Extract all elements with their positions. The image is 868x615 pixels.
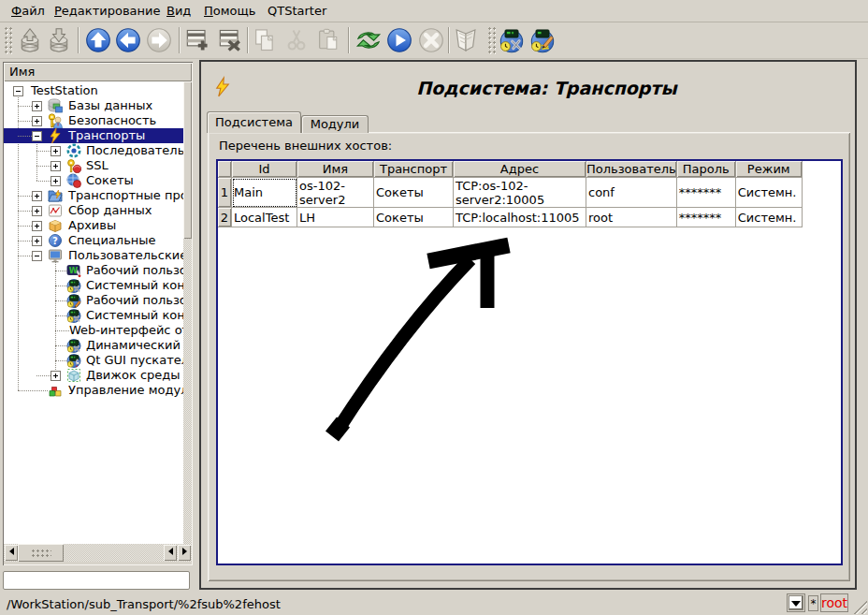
column-header-password[interactable]: Пароль (677, 161, 736, 178)
tree-item-teststation[interactable]: TestStation (4, 83, 183, 98)
tree-horizontal-scrollbar[interactable] (4, 544, 192, 562)
cell-mode-2[interactable]: Системн. (736, 208, 803, 227)
tree-connector-stub (18, 196, 32, 197)
collapse-expander-icon[interactable] (13, 86, 23, 96)
tree-item-последовательные-интерфейсы[interactable]: Последовательные интерфейсы (4, 143, 183, 158)
refresh-button[interactable] (355, 27, 382, 53)
load-from-db-button[interactable] (17, 27, 43, 53)
cell-transport-2[interactable]: Сокеты (374, 208, 454, 227)
tree-item-системный-конфигуратор[interactable]: Системный конфигуратор (4, 278, 183, 293)
column-header-transport[interactable]: Транспорт (374, 161, 454, 178)
column-header-address[interactable]: Адрес (454, 161, 586, 178)
column-header-user[interactable]: Пользователь (586, 161, 677, 178)
cell-id-1[interactable]: Main (232, 178, 297, 208)
cell-user-2[interactable]: root (586, 208, 677, 227)
column-header-id[interactable]: Id (232, 161, 297, 178)
tree-item-архивы[interactable]: Архивы (4, 218, 183, 233)
hscroll-left-button[interactable] (5, 545, 18, 561)
tree-item-сбор-данных[interactable]: Сбор данных (4, 203, 183, 218)
add-item-button[interactable] (185, 27, 211, 53)
start-update-button[interactable] (386, 27, 412, 53)
cell-transport-1[interactable]: Сокеты (374, 178, 454, 208)
tree-item-web-интерфейс-от-пользователя[interactable]: Web-интерфейс от пользователя (4, 323, 183, 338)
tree-item-базы-данных[interactable]: Базы данных (4, 98, 183, 113)
cell-id-2[interactable]: LocalTest (232, 208, 297, 227)
expand-expander-icon[interactable] (32, 101, 42, 111)
tree-item-системный-конфигуратор[interactable]: Системный конфигуратор (4, 308, 183, 323)
tree-hscrollbar-thumb[interactable] (18, 544, 64, 562)
menu-view[interactable]: Вид (163, 0, 195, 22)
expand-expander-icon[interactable] (32, 206, 42, 216)
stop-update-button[interactable] (418, 27, 444, 53)
tree-item-label: SSL (86, 158, 108, 173)
cell-name-1[interactable]: os-102-server2 (297, 178, 374, 208)
tree-item-управление-модулями[interactable]: Управление модулями (4, 383, 183, 398)
expand-expander-icon[interactable] (32, 236, 42, 246)
vision-starter-button[interactable] (529, 27, 556, 53)
menu-file[interactable]: Файл (7, 0, 49, 22)
cell-password-1[interactable]: ******* (677, 178, 736, 208)
ball-rocket-icon (66, 353, 81, 368)
column-header-mode[interactable]: Режим (736, 161, 803, 178)
save-to-db-button[interactable] (46, 27, 72, 53)
tree-vscrollbar-thumb[interactable] (183, 81, 192, 239)
expand-expander-icon[interactable] (51, 146, 61, 156)
toolbar-handle[interactable] (4, 26, 12, 54)
combo-dropdown-button[interactable] (788, 595, 803, 610)
tree-item-транспортные-протоколы[interactable]: Транспортные протоколы (4, 188, 183, 203)
column-header-name[interactable]: Имя (297, 161, 374, 178)
window-resize-grip[interactable] (851, 598, 867, 614)
manual-button[interactable] (453, 27, 479, 53)
node-path-input[interactable] (3, 571, 190, 590)
corner-header-cell[interactable] (218, 161, 232, 178)
changes-indicator[interactable]: * (808, 595, 818, 611)
tab-modules[interactable]: Модули (301, 115, 369, 133)
expand-expander-icon[interactable] (51, 371, 61, 381)
hscroll-left-button-2[interactable] (164, 545, 177, 561)
tree-vertical-scrollbar[interactable] (183, 81, 192, 544)
tree-item-транспорты[interactable]: Транспорты (4, 128, 183, 143)
tree-item-динамический-web-интерфейс[interactable]: Динамический WEB интерфейс (4, 338, 183, 353)
row-header-1[interactable]: 1 (218, 178, 232, 208)
hscroll-right-button[interactable] (178, 545, 191, 561)
expand-expander-icon[interactable] (51, 176, 61, 186)
language-combo[interactable] (787, 593, 805, 612)
go-forward-button[interactable] (146, 27, 172, 53)
cell-user-1[interactable]: conf (586, 178, 677, 208)
cell-password-2[interactable]: ******* (677, 208, 736, 227)
menu-help[interactable]: Помощь (200, 0, 259, 22)
copy-item-button[interactable] (252, 27, 278, 53)
menu-qtstarter[interactable]: QTStarter (264, 0, 330, 22)
collapse-expander-icon[interactable] (32, 251, 42, 261)
tree-item-рабочий-пользовательский-интерфейс[interactable]: Рабочий пользовательский интерфейс (4, 293, 183, 308)
tree-column-header[interactable]: Имя (4, 63, 192, 81)
expand-expander-icon[interactable] (32, 191, 42, 201)
toolbar-handle[interactable] (487, 26, 496, 54)
current-user-button[interactable]: root (820, 593, 848, 612)
cut-item-button[interactable] (283, 27, 310, 53)
go-up-button[interactable] (85, 27, 111, 53)
row-header-2[interactable]: 2 (218, 208, 232, 227)
expand-expander-icon[interactable] (51, 161, 61, 171)
cell-address-2[interactable]: TCP:localhost:11005 (454, 208, 586, 227)
cell-address-1[interactable]: TCP:os-102-server2:10005 (454, 178, 586, 208)
cell-mode-1[interactable]: Системн. (736, 178, 803, 208)
tree-item-сокеты[interactable]: Сокеты (4, 173, 183, 188)
paste-item-button[interactable] (315, 27, 341, 53)
tree-item-рабочий-пользовательский-интерфейс[interactable]: Рабочий пользовательский интерфейс (4, 263, 183, 278)
collapse-expander-icon[interactable] (32, 131, 42, 141)
tab-subsystem[interactable]: Подсистема (207, 111, 301, 133)
expand-expander-icon[interactable] (32, 116, 42, 126)
tree-item-безопасность[interactable]: Безопасность (4, 113, 183, 128)
remove-item-button[interactable] (218, 27, 244, 53)
go-back-button[interactable] (115, 27, 141, 53)
tree-item-ssl[interactable]: SSL (4, 158, 183, 173)
tree-item-движок-среды-визуализации[interactable]: Движок среды визуализации (4, 368, 183, 383)
expand-expander-icon[interactable] (32, 221, 42, 231)
tree-item-специальные[interactable]: Специальные (4, 233, 183, 248)
tree-item-qt-gui-пускатель[interactable]: Qt GUI пускатель (4, 353, 183, 368)
menu-edit[interactable]: Редактирование (51, 0, 164, 22)
qtcfg-starter-button[interactable] (499, 27, 525, 53)
cell-name-2[interactable]: LH (297, 208, 374, 227)
tree-item-пользовательские-интерфейсы[interactable]: Пользовательские интерфейсы (4, 248, 183, 263)
